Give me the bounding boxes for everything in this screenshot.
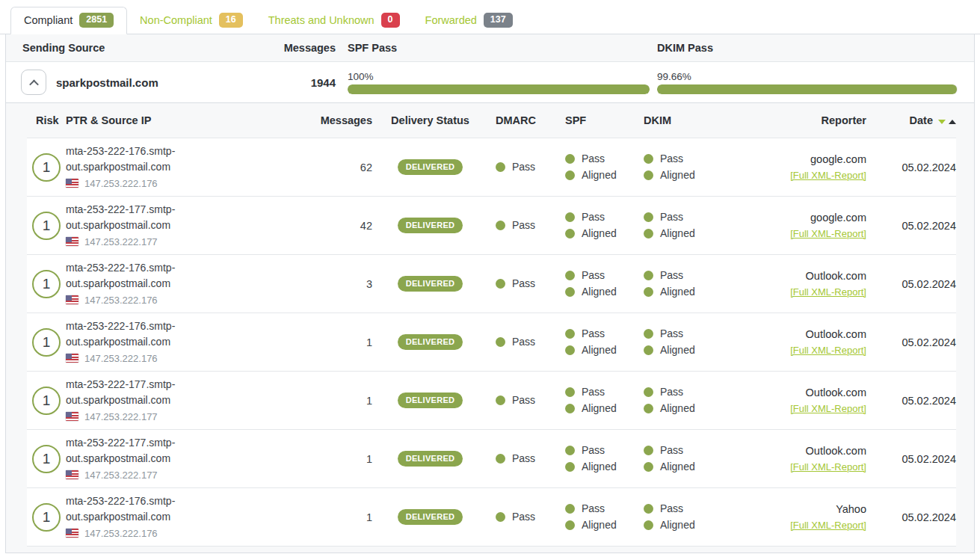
full-xml-report-link[interactable]: [Full XML-Report] [790,228,866,239]
col-header-dkim: DKIM [638,114,724,126]
status-dot-icon [644,404,653,413]
tab-non-compliant-label: Non-Compliant [140,14,212,26]
dkim-pass-bar [657,84,958,94]
status-dot-icon [644,271,653,280]
spf-pass-bar-fill [348,84,650,94]
status-dot-icon [565,520,575,530]
full-xml-report-link[interactable]: [Full XML-Report] [790,345,866,356]
spf-result: Pass [582,501,605,517]
tab-forwarded[interactable]: Forwarded 137 [413,7,526,34]
full-xml-report-link[interactable]: [Full XML-Report] [790,520,866,531]
spf-alignment: Aligned [582,284,617,301]
risk-score-badge: 1 [32,270,61,298]
col-header-dkim-pass: DKIM Pass [650,42,958,54]
table-row: 1 mta-253-222-176.smtp-out.sparkpostmail… [27,255,956,313]
ptr-hostname: mta-253-222-177.smtp-out.sparkpostmail.c… [66,435,275,467]
row-messages-count: 1 [290,453,372,465]
us-flag-icon [66,470,78,479]
row-messages-count: 42 [290,220,372,232]
spf-alignment: Aligned [582,342,617,359]
risk-score-badge: 1 [32,328,61,357]
full-xml-report-link[interactable]: [Full XML-Report] [790,286,866,298]
source-detail-section: Risk PTR & Source IP Messages Delivery S… [6,103,974,553]
dmarc-result: Pass [512,159,535,176]
col-header-reporter: Reporter [724,113,866,129]
status-dot-icon [644,462,653,472]
sending-source-messages: 1944 [246,76,336,89]
col-header-ptr-source-ip: PTR & Source IP [66,113,290,129]
report-tabbar: Compliant 2851 Non-Compliant 16 Threats … [0,0,980,34]
full-xml-report-link[interactable]: [Full XML-Report] [790,170,866,181]
dkim-alignment: Aligned [660,342,695,359]
row-messages-count: 1 [290,336,372,348]
dkim-pass-bar-fill [657,84,957,94]
source-ip: 147.253.222.177 [84,234,158,250]
col-header-sending-source: Sending Source [22,42,246,54]
col-header-date-label: Date [910,114,933,126]
report-date: 05.02.2024 [866,453,956,465]
us-flag-icon [66,179,78,188]
triangle-down-icon[interactable] [938,120,946,124]
dkim-result: Pass [660,384,683,401]
full-xml-report-link[interactable]: [Full XML-Report] [790,403,866,414]
dkim-alignment: Aligned [660,226,695,242]
spf-alignment: Aligned [582,401,617,417]
col-header-spf: SPF [559,114,638,126]
tab-forwarded-label: Forwarded [425,14,477,26]
delivery-status-badge: DELIVERED [398,159,463,175]
status-dot-icon [496,221,505,230]
tab-threats-unknown[interactable]: Threats and Unknown 0 [256,7,413,34]
risk-score-badge: 1 [32,503,61,532]
report-date: 05.02.2024 [866,395,956,407]
reporter-domain: Outlook.com [724,385,866,401]
status-dot-icon [565,154,575,164]
tab-compliant[interactable]: Compliant 2851 [10,7,127,34]
spf-result: Pass [582,443,605,459]
status-dot-icon [565,329,575,339]
report-date: 05.02.2024 [866,511,956,523]
report-date: 05.02.2024 [866,161,956,173]
sending-source-row: sparkpostmail.com 1944 100% 99.66% [6,62,974,103]
dkim-alignment: Aligned [660,284,695,301]
compliant-panel: Sending Source Messages SPF Pass DKIM Pa… [5,34,975,553]
risk-score-badge: 1 [32,445,61,473]
ptr-hostname: mta-253-222-176.smtp-out.sparkpostmail.c… [66,260,275,292]
ptr-hostname: mta-253-222-176.smtp-out.sparkpostmail.c… [66,493,275,525]
dmarc-result: Pass [512,276,535,292]
tab-non-compliant[interactable]: Non-Compliant 16 [127,7,256,34]
reporter-domain: Outlook.com [724,327,866,342]
source-ip: 147.253.222.177 [84,467,158,483]
collapse-source-button[interactable] [21,70,46,95]
row-messages-count: 1 [290,395,372,407]
dkim-alignment: Aligned [660,401,695,417]
tab-non-compliant-count-badge: 16 [219,13,243,28]
status-dot-icon [565,271,575,280]
triangle-up-icon[interactable] [949,120,956,124]
row-messages-count: 62 [290,161,372,173]
status-dot-icon [565,229,575,238]
dkim-result: Pass [660,501,683,517]
status-dot-icon [644,170,653,180]
spf-result: Pass [582,151,605,167]
table-row: 1 mta-253-222-176.smtp-out.sparkpostmail… [27,313,956,372]
us-flag-icon [66,354,78,363]
dkim-result: Pass [660,151,683,167]
status-dot-icon [644,329,653,339]
full-xml-report-link[interactable]: [Full XML-Report] [790,461,866,473]
col-header-dmarc: DMARC [488,114,559,126]
ptr-hostname: mta-253-222-177.smtp-out.sparkpostmail.c… [66,202,275,233]
detail-header-row: Risk PTR & Source IP Messages Delivery S… [27,103,956,138]
status-dot-icon [565,287,575,297]
dmarc-result: Pass [512,509,535,526]
col-header-risk: Risk [27,114,66,126]
col-header-date-sort[interactable]: Date [866,114,956,126]
col-header-spf-pass: SPF Pass [336,42,650,54]
status-dot-icon [565,387,575,397]
table-row: 1 mta-253-222-177.smtp-out.sparkpostmail… [27,372,956,430]
chevron-up-icon [29,80,39,90]
status-dot-icon [565,446,575,455]
delivery-status-badge: DELIVERED [398,276,463,292]
status-dot-icon [496,396,505,405]
spf-result: Pass [582,326,605,342]
spf-result: Pass [582,209,605,226]
